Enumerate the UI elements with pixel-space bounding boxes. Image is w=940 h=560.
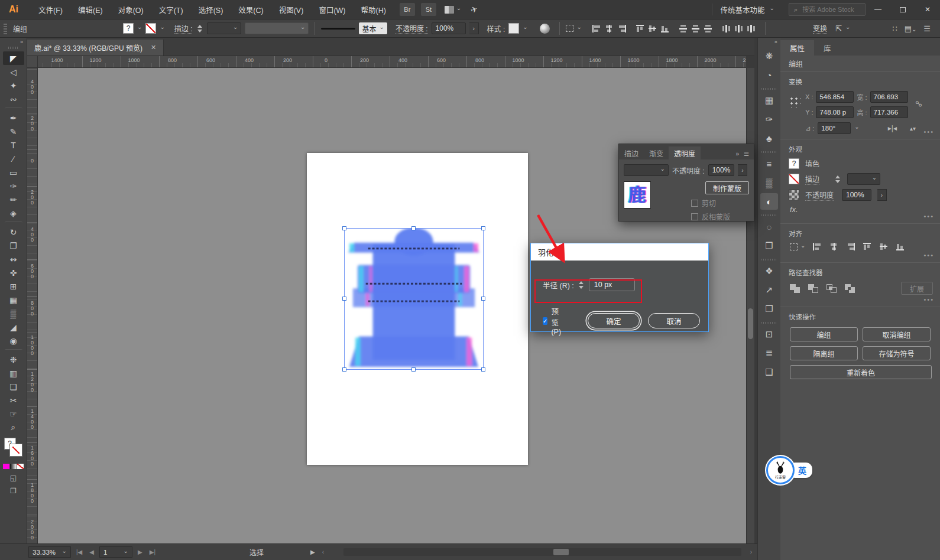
pathfinder-unite-icon[interactable]	[790, 284, 800, 293]
distribute-bottom-icon[interactable]	[704, 25, 712, 32]
toolbar-expand-icon[interactable]: »	[0, 38, 27, 47]
align-panel-icon[interactable]: ≣	[760, 345, 778, 362]
stroke-weight-dropdown[interactable]: ⌄	[847, 173, 880, 185]
hand-tool[interactable]: ☞	[3, 407, 24, 421]
more-options-icon[interactable]: •••	[923, 252, 934, 259]
effects-button[interactable]: fx.	[790, 205, 933, 214]
distribute-right-icon[interactable]	[747, 25, 756, 32]
link-dimensions-icon[interactable]: ⚯	[913, 98, 924, 110]
screen-mode-icon[interactable]: ❐	[10, 487, 17, 495]
workspace-grid-icon[interactable]: ∷	[892, 24, 897, 33]
magic-wand-tool[interactable]: ✦	[3, 79, 24, 92]
angle-dropdown[interactable]: 180°	[818, 122, 851, 134]
quick-action-button[interactable]: 重新着色	[790, 365, 932, 379]
align-right-icon[interactable]	[617, 25, 626, 32]
fill-color-swatch[interactable]: ?	[123, 23, 134, 34]
stroke-none-swatch[interactable]	[10, 444, 22, 456]
rotate-tool[interactable]: ↻	[3, 225, 24, 239]
dock-icon[interactable]	[761, 257, 777, 261]
asset-export-panel-icon[interactable]: ↗	[760, 282, 778, 298]
shaper-tool[interactable]: ✏	[3, 193, 24, 206]
align-middle-icon[interactable]	[648, 25, 657, 32]
flip-horizontal-icon[interactable]: ▸|◂	[888, 124, 897, 132]
drag-handle[interactable]	[4, 22, 7, 34]
menu-item[interactable]: 窗口(W)	[311, 0, 353, 19]
opacity-expand-arrow[interactable]: ›	[738, 164, 747, 176]
stroke-swatch[interactable]	[789, 174, 799, 184]
menu-item[interactable]: 文字(T)	[151, 0, 191, 19]
color-panel-icon[interactable]: ❋	[760, 48, 778, 64]
artboard-navigation-dropdown[interactable]: 1⌄	[99, 546, 132, 558]
selection-bounding-box[interactable]	[344, 228, 484, 370]
zoom-level-dropdown[interactable]: 33.33%⌄	[28, 546, 71, 558]
menu-item[interactable]: 选择(S)	[191, 0, 231, 19]
minimize-button[interactable]: —	[866, 0, 890, 19]
quick-action-button[interactable]: 编组	[790, 327, 858, 341]
color-button[interactable]	[3, 464, 9, 469]
align-center-icon[interactable]	[829, 243, 838, 250]
brushes-panel-icon[interactable]: ✑	[760, 111, 778, 128]
width-input[interactable]: 706.693	[870, 91, 908, 103]
selection-handle[interactable]	[481, 226, 485, 230]
selection-handle[interactable]	[481, 367, 485, 372]
eraser-tool[interactable]: ◈	[3, 206, 24, 220]
fill-stroke-swatches[interactable]: ?	[3, 438, 24, 461]
quick-action-button[interactable]: 隔离组	[790, 346, 858, 360]
align-top-icon[interactable]	[863, 243, 871, 250]
appearance-panel-icon[interactable]: ◌	[760, 219, 778, 235]
preview-checkbox[interactable]: ✓ 预览 (P)	[543, 305, 564, 336]
color-guide-panel-icon[interactable]: ◔	[760, 67, 778, 83]
workspace-switcher[interactable]: 传统基本功能 ⌄	[712, 4, 783, 15]
stroke-weight-stepper[interactable]	[834, 174, 841, 184]
symbol-sprayer-tool[interactable]: ❉	[3, 353, 24, 366]
opacity-expand-arrow[interactable]: ›	[469, 22, 479, 34]
isolate-selected-icon[interactable]: ⇱	[835, 24, 842, 33]
curvature-tool[interactable]: ✎	[3, 125, 24, 138]
fill-label[interactable]: 填色	[805, 158, 819, 169]
menu-item[interactable]: 对象(O)	[111, 0, 151, 19]
opacity-expand-arrow[interactable]: ›	[877, 189, 887, 201]
opacity-label[interactable]: 不透明度 :	[396, 23, 428, 34]
dialog-title[interactable]: 羽化	[531, 243, 708, 261]
quick-action-button[interactable]: 存储为符号	[863, 346, 931, 360]
layers-panel-icon[interactable]: ❖	[760, 263, 778, 279]
selection-handle[interactable]	[481, 297, 485, 301]
chevron-down-icon[interactable]: ⌄	[160, 24, 164, 30]
x-input[interactable]: 546.854	[816, 91, 854, 103]
align-top-icon[interactable]	[636, 25, 644, 32]
lasso-tool[interactable]: ∾	[3, 92, 24, 106]
menu-item[interactable]: 文件(F)	[31, 0, 70, 19]
cancel-button[interactable]: 取消	[648, 313, 700, 328]
stroke-weight-label[interactable]: 描边 :	[174, 23, 193, 34]
menu-item[interactable]: 编辑(E)	[70, 0, 111, 19]
make-mask-button[interactable]: 制作蒙版	[705, 181, 749, 194]
panel-menu-icon[interactable]: ☰	[923, 24, 931, 33]
stroke-panel-icon[interactable]: ≡	[760, 155, 778, 172]
align-left-icon[interactable]	[813, 243, 822, 250]
reference-point-selector[interactable]	[789, 96, 800, 108]
tab-transparency[interactable]: 透明度	[669, 146, 701, 159]
chevron-down-icon[interactable]: ⌄	[800, 243, 805, 249]
vertical-scrollbar[interactable]	[746, 68, 754, 543]
transparency-panel-icon[interactable]: ◐	[760, 193, 778, 210]
eyedropper-tool[interactable]: ◢	[3, 320, 24, 334]
ruler-origin-corner[interactable]	[27, 56, 38, 68]
stock-search[interactable]: ⌕	[789, 3, 866, 16]
search-input[interactable]	[801, 5, 860, 14]
gradient-tool[interactable]: ▒	[3, 307, 24, 320]
arrange-icon[interactable]: ▤⌄	[905, 24, 917, 33]
artboards-panel-icon[interactable]: ❐	[760, 301, 778, 317]
tab-properties[interactable]: 属性	[780, 40, 814, 56]
object-thumbnail[interactable]: 鹿	[624, 181, 651, 209]
align-bottom-icon[interactable]	[660, 25, 669, 32]
y-input[interactable]: 748.08 p	[816, 106, 854, 118]
zoom-tool[interactable]: ⌕	[3, 421, 24, 434]
opacity-value[interactable]: 100%	[842, 189, 871, 201]
selection-handle[interactable]	[411, 226, 416, 230]
selection-handle[interactable]	[342, 297, 346, 301]
blend-tool[interactable]: ◉	[3, 334, 24, 347]
scale-tool[interactable]: ❐	[3, 239, 24, 252]
selection-tool[interactable]: ◤	[3, 51, 24, 65]
toolbar-drag-handle[interactable]	[8, 47, 19, 49]
share-icon[interactable]: ✈	[469, 4, 479, 15]
